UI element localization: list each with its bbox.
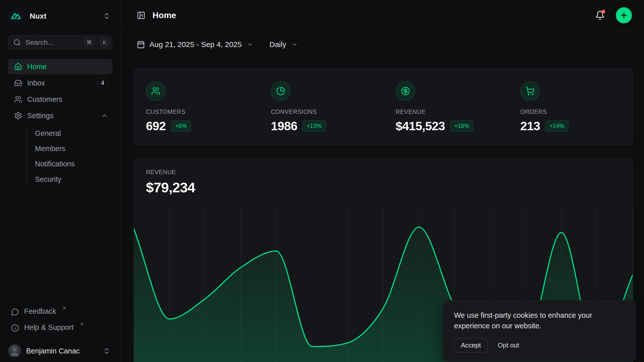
inbox-icon (14, 79, 22, 87)
chevron-up-icon (101, 112, 108, 119)
sidebar-item-settings[interactable]: Settings (8, 108, 112, 123)
external-link-icon (62, 306, 66, 311)
stat-value: 213 (520, 119, 540, 133)
search-input[interactable]: Search... ⌘ K (8, 35, 112, 50)
help-support-link[interactable]: Help & Support (8, 321, 112, 335)
external-link-icon (79, 322, 84, 327)
notifications-button[interactable] (595, 11, 605, 20)
home-icon (14, 63, 22, 71)
revenue-chart-header: REVENUE $79,234 (134, 159, 633, 196)
revenue-chart-label: REVENUE (146, 169, 621, 176)
toolbar: Aug 21, 2025 - Sep 4, 2025 Daily (121, 31, 644, 58)
granularity-label: Daily (269, 40, 286, 49)
search-icon (13, 39, 21, 46)
sidebar-item-inbox[interactable]: Inbox 4 (8, 75, 112, 91)
collapse-sidebar-icon[interactable] (137, 11, 145, 20)
footer-link-label: Feedback (24, 307, 56, 315)
date-range-picker[interactable]: Aug 21, 2025 - Sep 4, 2025 (137, 40, 253, 49)
speech-bubble-icon (11, 308, 19, 316)
nuxt-logo-icon (8, 8, 24, 24)
sidebar-spacer (0, 188, 120, 304)
shopping-cart-icon (520, 81, 540, 101)
info-circle-icon (11, 324, 19, 332)
cookie-message: We use first-party cookies to enhance yo… (454, 310, 610, 331)
stat-value: 1986 (271, 119, 297, 133)
feedback-link[interactable]: Feedback (8, 304, 112, 319)
sidebar-item-label: Home (27, 63, 108, 71)
cookie-actions: Accept Opt out (454, 338, 625, 352)
stats-card: CUSTOMERS 692 +6% CONVERSIONS 1986 +13% (134, 68, 633, 145)
avatar (8, 344, 21, 357)
stat-delta-badge: +6% (171, 120, 191, 132)
cookie-optout-button[interactable]: Opt out (498, 341, 519, 349)
granularity-select[interactable]: Daily (269, 40, 298, 49)
kbd-k: K (100, 38, 109, 47)
sidebar-nav: Home Inbox 4 Customers Settings Ge (8, 59, 112, 188)
topbar-left: Home (137, 10, 595, 20)
stat-delta-badge: +13% (302, 120, 326, 132)
kbd-command: ⌘ (84, 38, 94, 47)
user-menu[interactable]: Benjamin Canac (0, 340, 120, 362)
revenue-chart-value: $79,234 (146, 179, 621, 196)
user-name: Benjamin Canac (26, 347, 98, 355)
sidebar-item-security[interactable]: Security (27, 172, 112, 186)
users-icon (146, 81, 166, 101)
stat-delta-badge: +18% (450, 120, 473, 132)
chevrons-up-down-icon (103, 12, 110, 20)
pie-chart-icon (271, 81, 291, 101)
stat-delta-badge: +14% (545, 120, 569, 132)
sidebar-footer: Feedback Help & Support (8, 304, 112, 335)
stat-customers[interactable]: CUSTOMERS 692 +6% (134, 69, 259, 145)
stat-value: $415,523 (396, 119, 445, 133)
stat-conversions[interactable]: CONVERSIONS 1986 +13% (259, 69, 383, 145)
footer-link-label: Help & Support (24, 324, 74, 332)
stat-label: REVENUE (396, 108, 497, 115)
sidebar-item-customers[interactable]: Customers (8, 92, 112, 107)
chevron-down-icon (247, 41, 253, 48)
search-placeholder: Search... (25, 38, 80, 47)
calendar-icon (137, 40, 145, 49)
cookie-banner: We use first-party cookies to enhance yo… (443, 300, 636, 362)
chevron-down-icon (291, 41, 298, 48)
stat-revenue[interactable]: REVENUE $415,523 +18% (383, 69, 508, 145)
topbar: Home (121, 0, 644, 31)
sidebar-item-label: Inbox (27, 79, 92, 87)
sidebar-item-label: Customers (27, 95, 108, 104)
gear-icon (14, 112, 22, 120)
topbar-right (595, 7, 632, 23)
notification-dot (601, 10, 605, 14)
users-icon (14, 95, 22, 103)
inbox-count-badge: 4 (97, 78, 108, 88)
sidebar-item-notifications[interactable]: Notifications (27, 157, 112, 171)
stat-orders[interactable]: ORDERS 213 +14% (508, 69, 633, 145)
settings-sub-list: General Members Notifications Security (26, 125, 112, 187)
sidebar-item-members[interactable]: Members (27, 142, 112, 156)
add-button[interactable] (616, 7, 632, 23)
workspace-name: Nuxt (30, 12, 97, 20)
stat-label: CUSTOMERS (146, 108, 248, 115)
cookie-accept-button[interactable]: Accept (454, 338, 488, 352)
sidebar-item-home[interactable]: Home (8, 59, 112, 74)
sidebar-item-label: Settings (27, 112, 96, 120)
sidebar: Nuxt Search... ⌘ K Home Inbox 4 (0, 0, 121, 362)
stat-label: ORDERS (520, 108, 622, 115)
workspace-selector[interactable]: Nuxt (8, 7, 112, 26)
stat-label: CONVERSIONS (271, 108, 372, 115)
sidebar-item-general[interactable]: General (27, 126, 112, 140)
chevrons-up-down-icon (103, 347, 110, 355)
plus-icon (620, 11, 628, 19)
page-title: Home (152, 10, 176, 20)
date-range-label: Aug 21, 2025 - Sep 4, 2025 (149, 40, 242, 49)
dollar-circle-icon (396, 81, 415, 101)
stat-value: 692 (146, 119, 166, 133)
